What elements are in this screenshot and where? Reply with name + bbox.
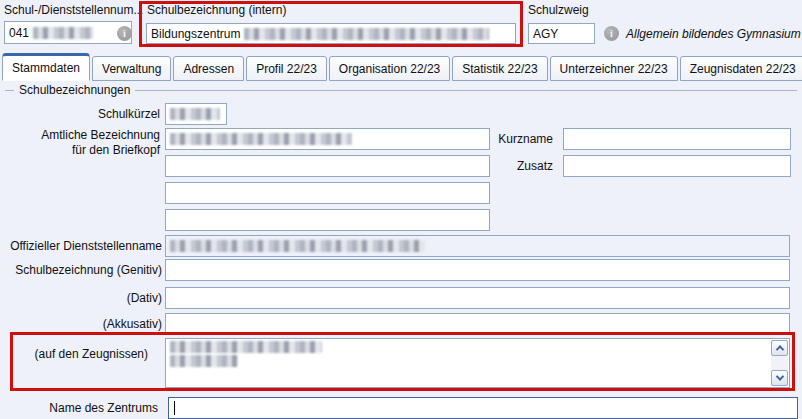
redacted-briefkopf	[170, 133, 352, 145]
zentrum-input[interactable]	[168, 397, 798, 419]
zusatz-input[interactable]	[563, 155, 791, 177]
info-icon-branch[interactable]: i	[604, 26, 619, 41]
redacted-dienststellenname	[170, 240, 425, 252]
school-name-intern-value: Bildungszentrum	[151, 27, 240, 41]
school-branch-input[interactable]: AGY	[528, 23, 595, 44]
dativ-input[interactable]	[165, 287, 790, 309]
groupbox-title: Schulbezeichnungen	[14, 83, 135, 97]
redacted-zeugnisse-text	[170, 341, 785, 367]
schulkuerzel-label: Schulkürzel	[0, 107, 160, 121]
kurzname-label: Kurzname	[393, 132, 553, 146]
genitiv-label: Schulbezeichnung (Genitiv)	[0, 263, 162, 277]
akkusativ-input[interactable]	[165, 313, 790, 335]
dativ-label: (Dativ)	[0, 291, 162, 305]
briefkopf-input-4[interactable]	[165, 209, 490, 231]
redacted-school-number	[33, 27, 93, 39]
school-number-label: Schul-/Dienststellennum...	[4, 3, 143, 17]
tab-unterzeichner[interactable]: Unterzeichner 22/23	[550, 56, 678, 81]
chevron-up-icon	[775, 345, 783, 353]
schulkuerzel-input[interactable]	[165, 103, 227, 125]
school-masterdata-window: { "header": { "school_number": { "label"…	[0, 0, 802, 419]
genitiv-input[interactable]	[165, 259, 790, 281]
chevron-down-icon	[775, 372, 783, 380]
zeugnisse-textarea[interactable]	[165, 338, 790, 388]
tab-zeugnisdaten[interactable]: Zeugnisdaten 22/23	[680, 56, 802, 81]
kurzname-input[interactable]	[563, 128, 791, 150]
text-caret	[174, 401, 175, 415]
zentrum-label: Name des Zentrums	[0, 401, 158, 415]
briefkopf-label: Amtliche Bezeichnung für den Briefkopf	[0, 128, 160, 158]
school-branch-label: Schulzweig	[528, 3, 589, 17]
redacted-schulkuerzel	[170, 108, 220, 120]
school-branch-value: AGY	[533, 27, 558, 41]
tab-profil[interactable]: Profil 22/23	[246, 56, 327, 81]
scroll-down-button[interactable]	[771, 370, 788, 386]
briefkopf-input-3[interactable]	[165, 182, 490, 204]
school-number-value: 041	[9, 26, 29, 40]
dienststellenname-input[interactable]	[165, 235, 790, 257]
school-branch-description: Allgemein bildendes Gymnasium	[626, 27, 801, 41]
tab-adressen[interactable]: Adressen	[173, 56, 244, 81]
school-name-intern-input[interactable]: Bildungszentrum	[146, 23, 516, 44]
tab-verwaltung[interactable]: Verwaltung	[92, 56, 171, 81]
akkusativ-label: (Akkusativ)	[0, 317, 162, 331]
school-name-intern-label: Schulbezeichnung (intern)	[147, 3, 286, 17]
tab-organisation[interactable]: Organisation 22/23	[329, 56, 450, 81]
zeugnisse-label: (auf den Zeugnissen)	[0, 347, 148, 361]
scroll-up-button[interactable]	[771, 340, 788, 356]
tab-statistik[interactable]: Statistik 22/23	[452, 56, 547, 81]
dienststellenname-label: Offizieller Dienststellenname	[0, 239, 162, 253]
info-icon[interactable]: i	[117, 26, 132, 41]
school-number-input[interactable]: 041	[4, 21, 132, 44]
tab-stammdaten[interactable]: Stammdaten	[2, 53, 90, 81]
textarea-scrollbar[interactable]	[771, 340, 788, 386]
redacted-school-name	[244, 28, 489, 40]
zusatz-label: Zusatz	[393, 159, 553, 173]
tab-strip: Stammdaten Verwaltung Adressen Profil 22…	[2, 53, 802, 81]
